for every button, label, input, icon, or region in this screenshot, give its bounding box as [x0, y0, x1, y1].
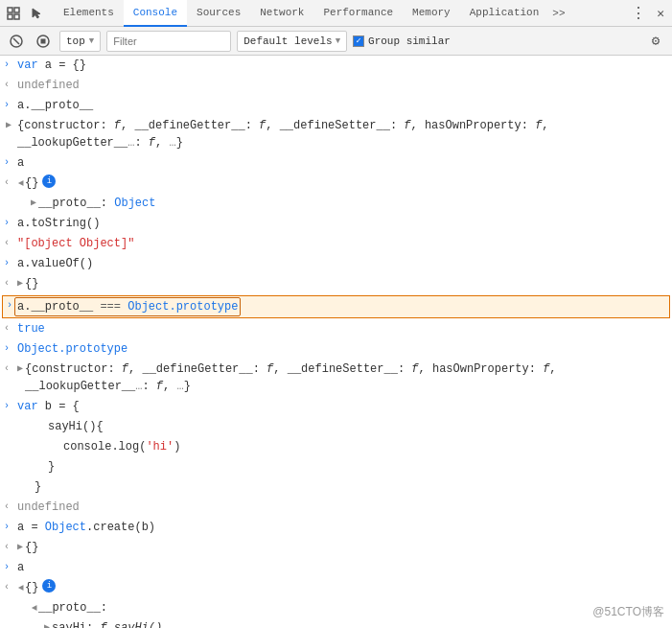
prompt-arrow: ›: [4, 57, 10, 74]
prompt-arrow: ›: [7, 297, 12, 314]
console-line: › a.toString(): [0, 214, 672, 234]
code-text: a.__proto__: [17, 97, 93, 114]
settings-gear-button[interactable]: ⚙: [645, 31, 666, 52]
console-line: › a.valueOf(): [0, 254, 672, 274]
highlighted-code: a.__proto__ === Object.prototype: [14, 297, 241, 316]
prompt-arrow: ›: [4, 215, 10, 232]
console-line: ‹ ▶ {}: [0, 274, 672, 294]
tab-bar-right: ⋮ ✕: [628, 4, 668, 23]
context-label: top: [66, 35, 85, 47]
stop-icon[interactable]: [33, 31, 54, 52]
group-similar-option[interactable]: Group similar: [353, 35, 451, 47]
clear-console-button[interactable]: [6, 31, 27, 52]
svg-line-5: [13, 38, 19, 44]
tab-elements[interactable]: Elements: [54, 0, 124, 27]
console-area: › var a = {} ‹ undefined › a.__proto__ ▶…: [0, 56, 672, 628]
tab-sources[interactable]: Sources: [187, 0, 250, 27]
expand-arrow[interactable]: ▼: [12, 585, 29, 591]
code-text: console.log('hi'): [63, 438, 180, 455]
expand-arrow[interactable]: ▼: [25, 605, 42, 611]
expand-arrow[interactable]: ▶: [6, 117, 12, 134]
info-badge-2: i: [42, 579, 56, 593]
return-value: undefined: [17, 77, 80, 94]
console-line: sayHi(){: [0, 417, 672, 437]
return-arrow: ‹: [4, 361, 10, 378]
prompt-arrow: ›: [4, 154, 10, 172]
more-tabs-button[interactable]: >>: [548, 4, 568, 23]
info-badge: i: [42, 174, 56, 188]
expand-arrow[interactable]: ▶: [17, 275, 23, 292]
code-text: var a = {}: [17, 57, 86, 74]
prompt-arrow: ›: [4, 559, 10, 576]
expand-arrow[interactable]: ▶: [17, 539, 23, 556]
return-arrow: ‹: [4, 275, 10, 292]
cursor-icon[interactable]: [27, 4, 46, 23]
proto-label: __proto__:: [38, 599, 107, 616]
context-selector[interactable]: top ▼: [59, 31, 101, 52]
code-text: var b = {: [17, 398, 80, 415]
console-line: ‹ true: [0, 319, 672, 339]
console-line: ‹ ▶ {constructor: f, __defineGetter__: f…: [0, 360, 672, 397]
group-similar-label: Group similar: [368, 35, 451, 47]
return-arrow: ‹: [4, 77, 10, 94]
levels-arrow: ▼: [336, 36, 340, 46]
watermark: @51CTO博客: [592, 604, 664, 620]
svg-rect-7: [41, 38, 46, 43]
console-line: }: [0, 477, 672, 498]
inspect-icon[interactable]: [4, 4, 23, 23]
filter-input[interactable]: [106, 31, 231, 52]
svg-rect-0: [8, 8, 12, 12]
console-line: ‹ ▼ {} i: [0, 578, 672, 598]
prompt-arrow: ›: [4, 255, 10, 272]
expand-arrow[interactable]: ▶: [44, 619, 50, 628]
object-brace: {}: [25, 275, 38, 292]
tab-application[interactable]: Application: [460, 0, 549, 27]
console-line: ▼ __proto__:: [0, 598, 672, 618]
return-arrow: ‹: [4, 579, 10, 596]
context-dropdown-arrow: ▼: [89, 36, 94, 46]
prompt-arrow: ›: [4, 340, 10, 358]
code-text: }: [48, 458, 55, 476]
console-line: ‹ "[object Object]": [0, 234, 672, 254]
tab-network[interactable]: Network: [250, 0, 313, 27]
console-line: ‹ undefined: [0, 76, 672, 96]
more-options-icon[interactable]: ⋮: [628, 4, 647, 23]
console-line: ▶ __proto__: Object: [0, 194, 672, 214]
proto-text: __proto__: Object: [38, 195, 155, 212]
console-line: › var b = {: [0, 397, 672, 417]
tab-bar: Elements Console Sources Network Perform…: [0, 0, 672, 27]
code-text: a = Object.create(b): [17, 519, 155, 536]
close-button[interactable]: ✕: [653, 4, 668, 23]
return-value: undefined: [17, 499, 80, 516]
svg-rect-1: [14, 8, 19, 12]
return-arrow: ‹: [4, 539, 10, 556]
console-line: › a: [0, 153, 672, 174]
group-similar-checkbox[interactable]: [353, 35, 364, 47]
code-text: a: [17, 154, 24, 172]
levels-label: Default levels: [243, 35, 332, 47]
return-arrow: ‹: [4, 499, 10, 516]
log-levels-button[interactable]: Default levels ▼: [237, 31, 347, 52]
sayhi-text: sayHi: f sayHi(): [52, 619, 162, 628]
tab-console[interactable]: Console: [124, 0, 187, 27]
console-line: ‹ ▶ {}: [0, 538, 672, 558]
console-line: console.log('hi'): [0, 437, 672, 457]
expand-arrow[interactable]: ▶: [17, 361, 23, 378]
expand-arrow[interactable]: ▼: [12, 180, 29, 186]
console-line: › a: [0, 558, 672, 578]
return-arrow: ‹: [4, 174, 10, 192]
object-brace: {}: [25, 539, 38, 556]
devtools-icons: [4, 4, 46, 23]
code-text: Object.prototype: [17, 340, 127, 358]
highlighted-console-line: › a.__proto__ === Object.prototype: [2, 295, 670, 318]
tab-memory[interactable]: Memory: [403, 0, 460, 27]
object-preview: {constructor: f, __defineGetter__: f, __…: [17, 117, 668, 151]
console-line: › a.__proto__: [0, 96, 672, 116]
console-line: ▶ {constructor: f, __defineGetter__: f, …: [0, 116, 672, 153]
console-line: › var a = {}: [0, 56, 672, 76]
return-arrow: ‹: [4, 320, 10, 337]
expand-arrow[interactable]: ▶: [31, 195, 36, 212]
console-line: ▶ sayHi: f sayHi(): [0, 618, 672, 628]
tab-performance[interactable]: Performance: [313, 0, 403, 27]
toolbar: top ▼ Default levels ▼ Group similar ⚙: [0, 27, 672, 56]
